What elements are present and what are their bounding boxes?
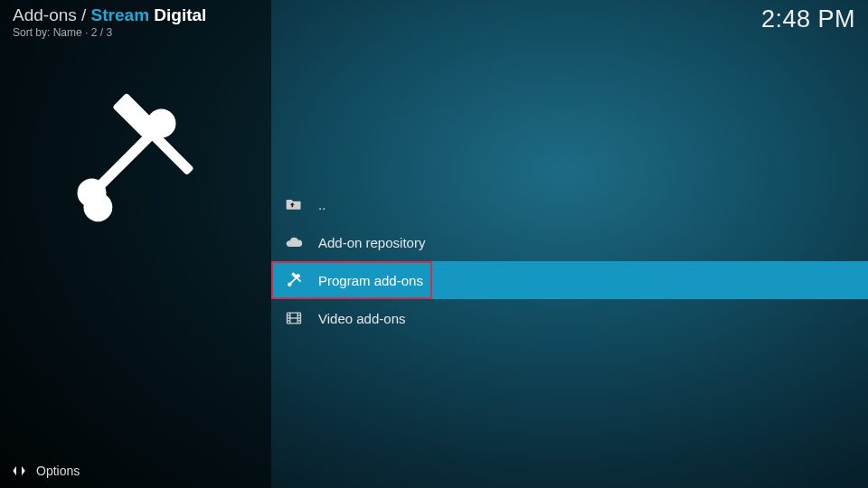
addon-category-list: .. Add-on repository Program a	[271, 185, 868, 337]
breadcrumb-title-rest: Digital	[149, 5, 206, 24]
list-item-label: Program add-ons	[318, 273, 423, 288]
sidebar-panel	[0, 0, 271, 488]
breadcrumb-title-accent: Stream	[91, 5, 149, 24]
options-label: Options	[36, 464, 80, 478]
film-icon	[284, 308, 304, 328]
list-item-label: Video add-ons	[318, 311, 405, 326]
list-item-program-addons[interactable]: Program add-ons	[271, 261, 868, 299]
sort-line: Sort by: Name · 2 / 3	[13, 26, 206, 39]
list-position: 2 / 3	[91, 26, 112, 39]
options-arrows-icon	[11, 463, 27, 479]
list-item-video-addons[interactable]: Video add-ons	[271, 299, 868, 337]
list-item-label: ..	[318, 197, 326, 212]
sort-sep: ·	[82, 26, 91, 39]
breadcrumb-prefix: Add-ons /	[13, 5, 91, 24]
category-tools-icon	[54, 86, 199, 230]
header: Add-ons / Stream Digital Sort by: Name ·…	[13, 5, 855, 39]
folder-up-icon	[284, 194, 304, 214]
breadcrumb: Add-ons / Stream Digital	[13, 5, 206, 25]
list-item-label: Add-on repository	[318, 235, 425, 250]
list-item-addon-repository[interactable]: Add-on repository	[271, 223, 868, 261]
tools-icon	[284, 270, 304, 290]
list-item-parent[interactable]: ..	[271, 185, 868, 223]
footer-options[interactable]: Options	[11, 463, 80, 479]
sort-label: Sort by: Name	[13, 26, 82, 39]
cloud-icon	[284, 232, 304, 252]
clock: 2:48 PM	[761, 5, 855, 33]
